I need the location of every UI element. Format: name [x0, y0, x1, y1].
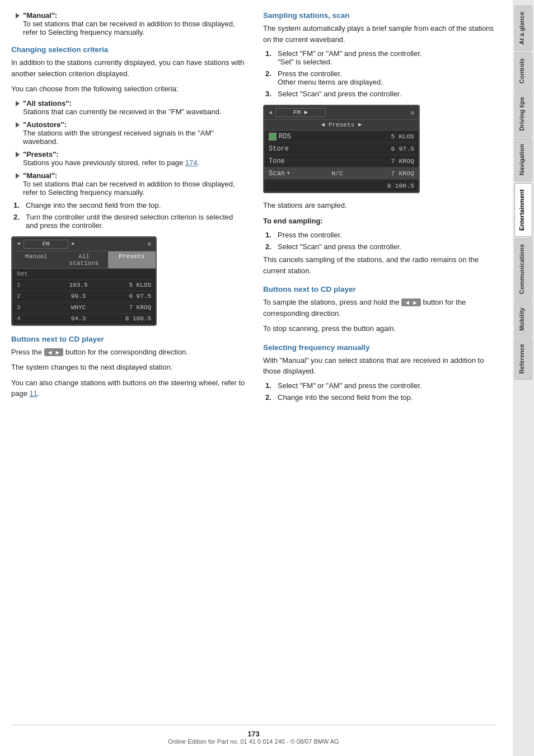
radio-row-3: 3 WNYC 7 KROQ: [12, 302, 156, 314]
sidebar-tab-driving-tips[interactable]: Driving tips: [514, 91, 532, 137]
radio-band-display: FM: [24, 240, 68, 249]
scan-store-label: Store: [269, 145, 299, 153]
section-changing-para1: In addition to the stations currently di…: [11, 57, 246, 79]
buttons-left-para1: Press the ◄ ► button for the correspondi…: [11, 347, 246, 358]
bullet-autostore: "Autostore": The stations with the stron…: [16, 120, 246, 146]
radio-header: ◄ FM ► ⚙: [12, 237, 156, 251]
scan-icon: ⚙: [410, 109, 414, 116]
tab-all-stations[interactable]: All stations: [60, 251, 107, 268]
end-step-2: 2. Select "Scan" and press the controlle…: [265, 242, 496, 251]
freq-step-2-text: Change into the second field from the to…: [278, 393, 413, 402]
bullet-all-stations-label: "All stations":: [23, 99, 72, 108]
section-sampling-heading: Sampling stations, scan: [263, 11, 496, 20]
sampling-para1: The system automatically plays a brief s…: [263, 23, 496, 45]
bullet-arrow-icon: [16, 173, 20, 179]
step-left-2: 2. Turn the controller until the desired…: [13, 213, 246, 230]
bullet-autostore-body: The stations with the strongest received…: [23, 129, 214, 146]
buttons-right-para1: To sample the stations, press and hold t…: [263, 297, 496, 319]
sidebar-tab-at-a-glance[interactable]: At a glance: [514, 6, 532, 51]
sidebar-tab-controls[interactable]: Controls: [514, 52, 532, 90]
scan-rds-val: 5 KLOS: [375, 133, 414, 140]
step-text: Change into the second field from the to…: [26, 201, 161, 209]
scan-row-rds: RDS 5 KLOS: [264, 130, 419, 143]
scan-tone-val: 7 KROQ: [375, 157, 414, 165]
scan-scan-val: 7 KROQ: [375, 170, 414, 177]
step-num: 2.: [265, 393, 274, 402]
bullet-manual-body: To set stations that can be received in …: [23, 180, 235, 197]
scan-radio-display: ◄ FM ► ⚙ ◄ Presets ► RDS 5 KLOS: [263, 105, 420, 193]
radio-station: 7 KROQ: [112, 304, 151, 311]
step-num: 1.: [13, 201, 22, 209]
tab-manual[interactable]: Manual: [12, 251, 60, 268]
scan-rds-label: RDS: [269, 133, 299, 141]
scan-step-1-sub: "Set" is selected.: [278, 58, 332, 66]
bullet-manual-label: "Manual":: [23, 171, 57, 180]
radio-num: 1: [17, 282, 45, 288]
sidebar-tab-navigation[interactable]: Navigation: [514, 138, 532, 181]
page-link-11[interactable]: 11: [30, 389, 38, 398]
step-num: 2.: [265, 69, 274, 78]
freq-step-1-text: Select "FM" or "AM" and press the contro…: [278, 381, 422, 390]
radio-icon: ⚙: [147, 240, 151, 248]
scan-scan-label: Scan ▼: [269, 170, 299, 178]
bullet-arrow-icon: [16, 101, 20, 106]
stations-sampled-text: The stations are sampled.: [263, 200, 496, 211]
scan-step-3-text: Select "Scan" and press the controller.: [278, 90, 401, 98]
section-frequency-heading: Selecting frequency manually: [263, 343, 496, 352]
end-step-1-text: Press the controller.: [278, 231, 342, 239]
radio-row-1: 1 103.5 5 KLOS: [12, 280, 156, 291]
bullet-autostore-label: "Autostore":: [23, 120, 67, 129]
sidebar-tab-reference[interactable]: Reference: [514, 338, 532, 380]
radio-num: 4: [17, 315, 45, 322]
scan-arrow-left: ◄: [269, 110, 272, 116]
bullet-presets-label: "Presets":: [23, 150, 59, 158]
scan-row-tone: Tone 7 KROQ: [264, 155, 419, 167]
bullet-arrow-icon: [16, 122, 20, 128]
radio-num: 3: [17, 304, 45, 311]
scan-presets-label: ◄ Presets ►: [264, 120, 419, 130]
cancel-text: This cancels sampling of the stations, a…: [263, 254, 496, 276]
end-step-1: 1. Press the controller.: [265, 231, 496, 239]
intro-manual-bullet: "Manual": To set stations that can be re…: [16, 11, 246, 36]
step-num: 1.: [265, 49, 274, 58]
section-changing-para2: You can choose from the following select…: [11, 83, 246, 95]
radio-freq: 103.5: [45, 282, 112, 288]
to-end-heading: To end sampling:: [263, 216, 496, 227]
radio-display-left: ◄ FM ► ⚙ Manual All stations Presets Set: [11, 236, 157, 326]
bullet-arrow-icon: [16, 152, 20, 157]
scan-step-2: 2. Press the controller. Other menu item…: [265, 69, 496, 86]
radio-station: 5 KLOS: [112, 282, 151, 288]
tab-presets[interactable]: Presets: [108, 251, 156, 268]
radio-station: 8 100.5: [112, 315, 151, 322]
scan-arrow-icon: ▼: [287, 171, 290, 176]
section-buttons-right-heading: Buttons next to CD player: [263, 285, 496, 293]
intro-manual-body: To set stations that can be received in …: [23, 20, 235, 36]
scan-step-3: 3. Select "Scan" and press the controlle…: [265, 90, 496, 98]
scan-row-scan: Scan ▼ N/C 7 KROQ: [264, 167, 419, 180]
bullet-all-stations-body: Stations that can currently be received …: [23, 108, 222, 116]
radio-station: 6 97.5: [112, 293, 151, 300]
scan-header: ◄ FM ► ⚙: [264, 106, 419, 120]
radio-num: 2: [17, 293, 45, 300]
section-changing-heading: Changing selection criteria: [11, 45, 246, 54]
radio-tabs: Manual All stations Presets: [12, 251, 156, 269]
radio-arrow-right: ►: [72, 241, 75, 247]
bullet-presets-text-part1: Stations you have previously stored, ref…: [23, 158, 185, 167]
scan-last-val: 8 100.5: [375, 182, 414, 189]
buttons-left-para3: You can also change stations with button…: [11, 377, 246, 399]
sidebar-tab-communications[interactable]: Communications: [514, 238, 532, 300]
radio-set-label: Set: [17, 270, 45, 277]
sidebar-tab-mobility[interactable]: Mobility: [514, 301, 532, 337]
scan-store-val: 6 97.5: [375, 145, 414, 152]
end-step-2-text: Select "Scan" and press the controller.: [278, 242, 401, 251]
bullet-presets: "Presets": Stations you have previously …: [16, 150, 246, 167]
step-num: 1.: [265, 231, 274, 239]
page-footer: 173 Online Edition for Part no. 01 41 0 …: [11, 725, 496, 745]
radio-row-2: 2 99.3 6 97.5: [12, 291, 156, 302]
step-num: 2.: [265, 242, 274, 251]
scan-step-1: 1. Select "FM" or "AM" and press the con…: [265, 49, 496, 66]
scan-row-last: 8 100.5: [264, 180, 419, 192]
buttons-left-para2: The system changes to the next displayed…: [11, 362, 246, 373]
sidebar-tab-entertainment[interactable]: Entertainment: [514, 183, 532, 237]
bullet-presets-link[interactable]: 174: [185, 158, 198, 167]
